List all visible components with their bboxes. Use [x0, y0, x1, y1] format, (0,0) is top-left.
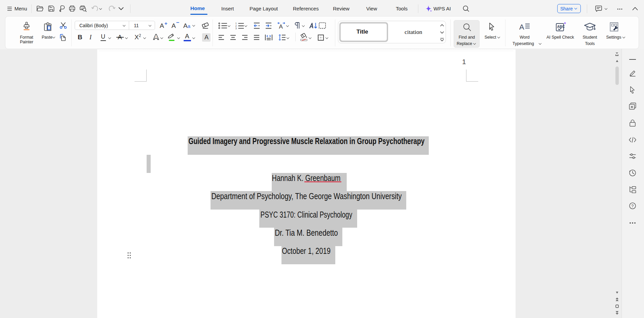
svg-text:1: 1 [235, 22, 237, 25]
svg-text:2: 2 [235, 25, 237, 27]
svg-text:A: A [519, 23, 524, 31]
svg-text:?: ? [631, 204, 634, 209]
svg-text:3: 3 [235, 27, 237, 29]
svg-text:A: A [279, 24, 283, 29]
